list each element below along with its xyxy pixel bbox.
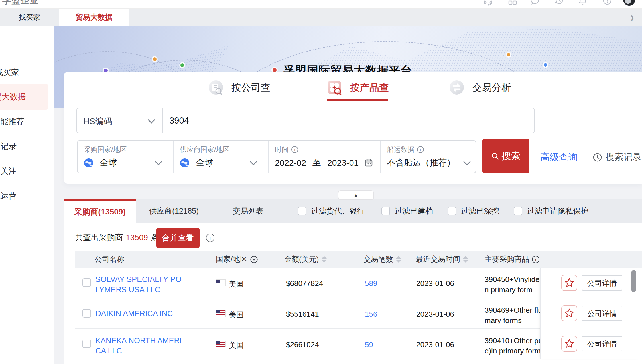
company-name-link[interactable]: DAIKIN AMERICA INC <box>96 308 173 319</box>
globe-icon <box>84 158 94 168</box>
country-cell: 美国 <box>229 310 244 320</box>
filter-label: 供应商国家/地区 <box>180 145 230 154</box>
hs-code-select[interactable]: HS编码 <box>77 108 163 133</box>
col-country[interactable]: 国家/地区 <box>216 251 258 268</box>
checkbox-label: 过滤货代、银行 <box>311 206 365 216</box>
advanced-search-link[interactable]: 高级查询 <box>540 151 578 164</box>
company-name-link[interactable]: SOLVAY SPECIALTY POLYMERS USA LLC <box>96 274 182 295</box>
country-filter-icon <box>250 256 258 263</box>
time-filter[interactable]: 时间 i 2022-02 至 2023-01 <box>269 141 381 173</box>
filter-value: 不含船运（推荐） <box>387 157 455 169</box>
tab-search-by-product[interactable]: 按产品查 <box>327 79 389 96</box>
tab-trade-big-data[interactable]: 贸易大数据 <box>59 9 129 26</box>
col-amount[interactable]: 金额(美元) <box>284 251 327 268</box>
sort-icon[interactable] <box>322 256 327 263</box>
date-cell: 2023-01-06 <box>416 310 454 319</box>
sidebar-item-search-history[interactable]: 搜索记录 <box>0 138 54 154</box>
table-row[interactable]: KANEKA NORTH AMERICA LLC 美国 $2661024 59 … <box>75 329 540 359</box>
hs-code-select-label: HS编码 <box>83 116 112 127</box>
sidebar-item-smart-recommend[interactable]: 智能推荐99+ <box>0 114 54 130</box>
sort-icon[interactable] <box>396 256 401 263</box>
col-count[interactable]: 交易笔数 <box>363 251 401 268</box>
company-details-button[interactable]: 公司详情 <box>582 336 622 351</box>
star-icon <box>565 279 574 287</box>
help-icon[interactable] <box>602 0 612 6</box>
search-input[interactable]: 3904 <box>169 116 189 126</box>
bell-icon[interactable] <box>578 0 588 6</box>
collapse-arrow-icon: ▲ <box>354 193 358 197</box>
merge-view-button[interactable]: 合并查看 <box>156 228 200 248</box>
supplier-country-filter[interactable]: 供应商国家/地区 全球 <box>174 141 269 173</box>
tab-find-buyers[interactable]: 找买家 <box>0 9 59 26</box>
tab-buyers[interactable]: 采购商(13509) <box>64 199 136 223</box>
tab-suppliers[interactable]: 供应商(12185) <box>147 199 201 223</box>
clock-icon <box>593 153 602 162</box>
tab-label: 按产品查 <box>350 81 389 94</box>
us-flag-icon <box>216 280 225 286</box>
checkbox[interactable] <box>298 207 306 215</box>
info-icon: i <box>417 146 424 153</box>
country-cell: 美国 <box>229 279 244 289</box>
row-checkbox[interactable] <box>82 309 91 318</box>
buyer-country-filter[interactable]: 采购国家/地区 全球 <box>78 141 174 173</box>
filter-privacy-checkbox[interactable]: 过滤申请隐私保护 <box>514 199 588 223</box>
sidebar-item-trade-big-data[interactable]: 贸易大数据 <box>0 89 54 105</box>
filter-forwarders-checkbox[interactable]: 过滤货代、银行 <box>298 199 365 223</box>
info-icon: i <box>532 256 539 263</box>
company-details-button[interactable]: 公司详情 <box>582 275 622 291</box>
favorite-button[interactable] <box>561 305 577 321</box>
tab-transactions[interactable]: 交易列表 <box>232 199 265 223</box>
table-row[interactable]: SOLVAY SPECIALTY POLYMERS USA LLC 美国 $68… <box>75 268 540 298</box>
date-from: 2022-02 <box>275 158 306 168</box>
top-header: 孚盟企业 <box>0 0 642 9</box>
user-avatar[interactable] <box>623 0 635 6</box>
chat-icon[interactable] <box>530 0 540 6</box>
favorite-button[interactable] <box>561 275 577 291</box>
chevron-down-icon <box>463 158 470 165</box>
row-checkbox[interactable] <box>82 340 91 348</box>
count-link[interactable]: 59 <box>365 340 373 349</box>
filter-archived-checkbox[interactable]: 过滤已建档 <box>381 199 433 223</box>
count-link[interactable]: 589 <box>365 279 377 288</box>
star-icon <box>565 340 574 347</box>
date-cell: 2023-01-06 <box>416 279 454 288</box>
checkbox-label: 过滤已建档 <box>395 206 433 216</box>
products-cell: 390450+Vinylidenen primary form <box>485 274 541 295</box>
tab-search-by-company[interactable]: 按公司查 <box>208 79 270 96</box>
us-flag-icon <box>216 341 225 347</box>
sidebar-item-find-buyers[interactable]: 找买家 <box>0 65 54 81</box>
filter-deep-mined-checkbox[interactable]: 过滤已深挖 <box>448 199 499 223</box>
product-search-icon <box>327 80 342 95</box>
favorite-button[interactable] <box>561 336 577 352</box>
collapse-panel-button[interactable]: ▲ <box>338 190 374 200</box>
apps-grid-icon[interactable] <box>507 0 518 6</box>
col-date[interactable]: 最近交易时间 <box>416 251 468 268</box>
company-details-button[interactable]: 公司详情 <box>582 306 622 321</box>
vertical-scrollbar[interactable] <box>631 270 636 292</box>
history-clock-icon[interactable] <box>554 0 564 6</box>
app-logo: 孚盟企业 <box>2 0 39 7</box>
count-link[interactable]: 156 <box>365 310 377 319</box>
col-company: 公司名称 <box>95 251 124 268</box>
shipping-data-filter[interactable]: 船运数据 i 不含船运（推荐） <box>381 141 476 173</box>
table-row[interactable]: DAIKIN AMERICA INC 美国 $5516141 156 2023-… <box>75 298 540 329</box>
checkbox[interactable] <box>381 207 390 215</box>
sidebar-item-my-follow[interactable]: 我的关注 <box>0 163 54 179</box>
checkbox[interactable] <box>514 207 522 215</box>
sidebar: 找买家 贸易大数据 智能推荐99+ 搜索记录 我的关注 代运营 <box>0 26 54 364</box>
company-name-link[interactable]: KANEKA NORTH AMERICA LLC <box>96 336 182 356</box>
search-history-link[interactable]: 搜索记录 <box>593 151 642 163</box>
checkbox[interactable] <box>448 207 456 215</box>
chevron-right-icon[interactable]: › <box>631 9 634 25</box>
info-icon: i <box>206 234 214 242</box>
sort-icon[interactable] <box>463 256 468 263</box>
sidebar-item-operation[interactable]: 代运营 <box>0 188 54 204</box>
search-button[interactable]: 搜索 <box>482 139 529 173</box>
headset-icon[interactable] <box>483 0 493 6</box>
tab-transaction-analysis[interactable]: 交易分析 <box>449 79 511 96</box>
amount-cell: $2661024 <box>286 340 319 349</box>
filter-value: 全球 <box>100 157 117 169</box>
date-separator: 至 <box>312 157 321 169</box>
row-checkbox[interactable] <box>82 278 91 287</box>
map-dot-orange2 <box>507 53 510 56</box>
